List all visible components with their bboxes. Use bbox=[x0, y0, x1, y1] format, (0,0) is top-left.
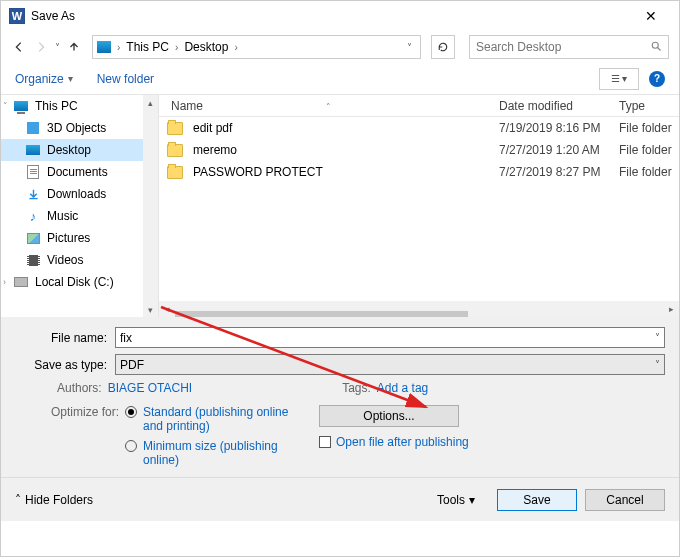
savetype-field[interactable]: PDF ˅ bbox=[115, 354, 665, 375]
dropdown-icon[interactable]: ˅ bbox=[655, 359, 660, 370]
view-options-button[interactable]: ☰ ▾ bbox=[599, 68, 639, 90]
footer: ˄ Hide Folders Tools ▾ Save Cancel bbox=[1, 477, 679, 521]
file-date: 7/27/2019 8:27 PM bbox=[499, 165, 619, 179]
tools-menu[interactable]: Tools ▾ bbox=[437, 493, 475, 507]
sidebar-label: Videos bbox=[47, 253, 83, 267]
file-row[interactable]: edit pdf 7/19/2019 8:16 PM File folder bbox=[159, 117, 679, 139]
file-date: 7/19/2019 8:16 PM bbox=[499, 121, 619, 135]
search-input[interactable] bbox=[476, 40, 650, 54]
scroll-left-icon[interactable]: ◂ bbox=[159, 301, 175, 317]
window-title: Save As bbox=[31, 9, 631, 23]
svg-point-0 bbox=[652, 42, 658, 48]
address-dropdown[interactable]: ˅ bbox=[403, 42, 416, 53]
save-button[interactable]: Save bbox=[497, 489, 577, 511]
title-bar: W Save As ✕ bbox=[1, 1, 679, 31]
search-icon bbox=[650, 40, 662, 55]
column-name-label: Name bbox=[171, 99, 203, 113]
organize-label: Organize bbox=[15, 72, 64, 86]
sidebar-label: Music bbox=[47, 209, 78, 223]
history-dropdown[interactable]: ˅ bbox=[55, 42, 60, 53]
folder-icon bbox=[167, 122, 183, 135]
folder-icon bbox=[167, 144, 183, 157]
radio-standard[interactable] bbox=[125, 406, 137, 418]
music-icon: ♪ bbox=[25, 209, 41, 223]
sidebar: ˅ This PC 3D Objects Desktop Documents D… bbox=[1, 95, 159, 317]
tags-value[interactable]: Add a tag bbox=[377, 381, 428, 395]
forward-button[interactable] bbox=[33, 39, 49, 55]
up-button[interactable] bbox=[66, 39, 82, 55]
svg-line-1 bbox=[658, 47, 661, 50]
open-after-checkbox[interactable] bbox=[319, 436, 331, 448]
options-button[interactable]: Options... bbox=[319, 405, 459, 427]
tools-label: Tools bbox=[437, 493, 465, 507]
horizontal-scrollbar[interactable]: ◂ ▸ bbox=[159, 301, 679, 317]
disk-icon bbox=[13, 275, 29, 289]
sidebar-item-documents[interactable]: Documents bbox=[1, 161, 158, 183]
organize-menu[interactable]: Organize ▾ bbox=[15, 72, 73, 86]
sidebar-item-thispc[interactable]: ˅ This PC bbox=[1, 95, 158, 117]
authors-value[interactable]: BIAGE OTACHI bbox=[108, 381, 192, 395]
sidebar-label: Desktop bbox=[47, 143, 91, 157]
option-standard[interactable]: Standard (publishing online and printing… bbox=[143, 405, 293, 433]
sidebar-item-music[interactable]: ♪ Music bbox=[1, 205, 158, 227]
scroll-down-icon[interactable]: ▾ bbox=[143, 302, 158, 317]
file-type: File folder bbox=[619, 165, 679, 179]
authors-label: Authors: bbox=[57, 381, 102, 395]
chevron-down-icon: ▾ bbox=[469, 493, 475, 507]
sort-indicator-icon: ˄ bbox=[326, 102, 331, 112]
help-button[interactable]: ? bbox=[649, 71, 665, 87]
dropdown-icon[interactable]: ˅ bbox=[655, 332, 660, 343]
scroll-track[interactable] bbox=[143, 110, 158, 302]
sidebar-item-3dobjects[interactable]: 3D Objects bbox=[1, 117, 158, 139]
hide-folders-label: Hide Folders bbox=[25, 493, 93, 507]
scroll-up-icon[interactable]: ▴ bbox=[143, 95, 158, 110]
sidebar-label: 3D Objects bbox=[47, 121, 106, 135]
hide-folders-button[interactable]: ˄ Hide Folders bbox=[15, 493, 93, 507]
refresh-button[interactable] bbox=[431, 35, 455, 59]
downloads-icon bbox=[25, 187, 41, 201]
sidebar-scrollbar[interactable]: ▴ ▾ bbox=[143, 95, 158, 317]
filename-input[interactable] bbox=[120, 331, 655, 345]
filename-label: File name: bbox=[15, 331, 115, 345]
chevron-right-icon: › bbox=[117, 42, 120, 53]
back-button[interactable] bbox=[11, 39, 27, 55]
file-type: File folder bbox=[619, 121, 679, 135]
close-button[interactable]: ✕ bbox=[631, 1, 671, 31]
sidebar-item-localdisk[interactable]: › Local Disk (C:) bbox=[1, 271, 158, 293]
sidebar-label: Downloads bbox=[47, 187, 106, 201]
scroll-right-icon[interactable]: ▸ bbox=[663, 301, 679, 317]
filename-field[interactable]: ˅ bbox=[115, 327, 665, 348]
file-type: File folder bbox=[619, 143, 679, 157]
column-name[interactable]: Name ˄ bbox=[167, 99, 499, 113]
expand-icon[interactable]: ˅ bbox=[3, 101, 8, 111]
savetype-value: PDF bbox=[120, 358, 655, 372]
optimize-label: Optimize for: bbox=[49, 405, 119, 433]
column-type[interactable]: Type bbox=[619, 99, 679, 113]
sidebar-item-desktop[interactable]: Desktop bbox=[1, 139, 158, 161]
column-headers: Name ˄ Date modified Type bbox=[159, 95, 679, 117]
3d-icon bbox=[25, 121, 41, 135]
open-after-label[interactable]: Open file after publishing bbox=[336, 435, 469, 449]
sidebar-label: Local Disk (C:) bbox=[35, 275, 114, 289]
sidebar-item-pictures[interactable]: Pictures bbox=[1, 227, 158, 249]
column-date[interactable]: Date modified bbox=[499, 99, 619, 113]
option-minimum[interactable]: Minimum size (publishing online) bbox=[143, 439, 293, 467]
new-folder-button[interactable]: New folder bbox=[97, 72, 154, 86]
save-panel: File name: ˅ Save as type: PDF ˅ Authors… bbox=[1, 317, 679, 477]
tags-label: Tags: bbox=[342, 381, 371, 395]
radio-minimum[interactable] bbox=[125, 440, 137, 452]
file-row[interactable]: meremo 7/27/2019 1:20 AM File folder bbox=[159, 139, 679, 161]
cancel-button[interactable]: Cancel bbox=[585, 489, 665, 511]
expand-icon[interactable]: › bbox=[3, 277, 6, 287]
breadcrumb-desktop[interactable]: Desktop bbox=[180, 38, 232, 56]
sidebar-item-videos[interactable]: Videos bbox=[1, 249, 158, 271]
sidebar-item-downloads[interactable]: Downloads bbox=[1, 183, 158, 205]
file-name: PASSWORD PROTECT bbox=[193, 165, 499, 179]
file-row[interactable]: PASSWORD PROTECT 7/27/2019 8:27 PM File … bbox=[159, 161, 679, 183]
breadcrumb-this-pc[interactable]: This PC bbox=[122, 38, 173, 56]
file-rows: edit pdf 7/19/2019 8:16 PM File folder m… bbox=[159, 117, 679, 301]
address-bar[interactable]: › This PC › Desktop › ˅ bbox=[92, 35, 421, 59]
folder-icon bbox=[167, 166, 183, 179]
search-box[interactable] bbox=[469, 35, 669, 59]
videos-icon bbox=[25, 253, 41, 267]
